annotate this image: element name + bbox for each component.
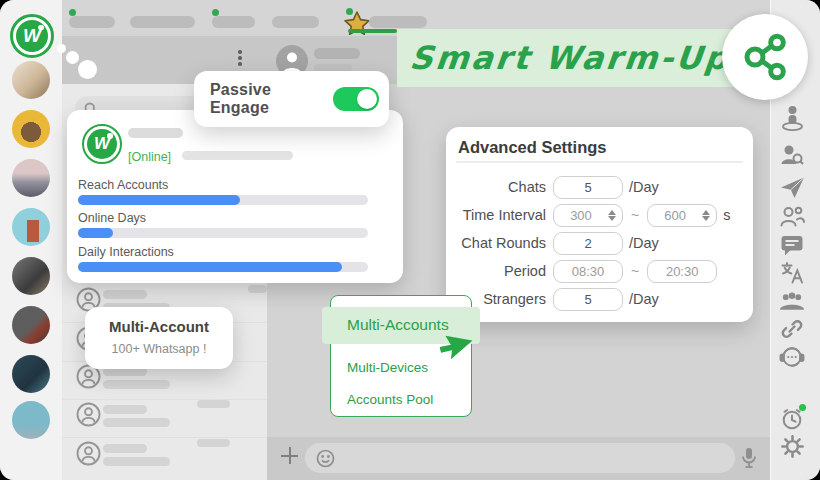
metric-progress-fill [78, 195, 240, 205]
account-detail-placeholder [182, 151, 293, 160]
setting-label: Chats [454, 179, 546, 195]
microphone-icon[interactable] [741, 447, 757, 469]
attach-plus-icon[interactable] [281, 447, 298, 464]
strangers-input[interactable] [553, 288, 623, 311]
account-profile-card: W [Online] Reach Accounts Online Days Da… [67, 110, 403, 283]
contact-name-placeholder [314, 48, 360, 59]
multi-account-tooltip: Multi-Account 100+ Whatsapp ! [85, 307, 233, 369]
chat-message-icon[interactable] [779, 232, 805, 258]
setting-row-strangers: Strangers /Day [446, 285, 753, 313]
tooltip-subtitle: 100+ Whatsapp ! [85, 342, 233, 356]
passive-engage-card: Passive Engage [194, 71, 389, 127]
metric-label: Daily Interactions [78, 245, 174, 259]
setting-label: Chat Rounds [454, 235, 546, 251]
stepper-arrows-icon[interactable] [608, 210, 616, 221]
metric-progress [78, 262, 368, 272]
account-avatar[interactable] [12, 401, 50, 439]
period-end-input[interactable] [647, 260, 717, 283]
contacts-icon[interactable] [779, 203, 805, 229]
group-icon[interactable] [779, 288, 805, 314]
passive-engage-label: Passive Engage [210, 81, 333, 117]
account-avatar[interactable] [12, 208, 50, 246]
account-avatar[interactable] [12, 355, 50, 393]
range-tilde: ~ [631, 207, 639, 223]
send-icon[interactable] [779, 174, 805, 200]
menu-kebab-icon[interactable] [238, 50, 242, 68]
setting-label: Time Interval [454, 207, 546, 223]
account-avatar[interactable] [12, 61, 50, 99]
online-status: [Online] [128, 150, 171, 164]
setting-unit: s [723, 207, 730, 223]
banner-title: Smart Warm-Up [408, 39, 732, 77]
metric-progress [78, 228, 368, 238]
passive-engage-toggle[interactable] [333, 87, 379, 111]
app-logo[interactable]: W [10, 14, 54, 58]
period-start-input[interactable] [553, 260, 623, 283]
metric-progress-fill [78, 262, 342, 272]
metric-progress-fill [78, 228, 113, 238]
tab-placeholder[interactable] [69, 16, 115, 28]
account-logo-letter: W [87, 129, 117, 159]
support-icon[interactable] [779, 344, 805, 370]
setting-unit: /Day [629, 179, 659, 195]
app-logo-letter: W [16, 20, 48, 52]
chat-rounds-input[interactable] [553, 232, 623, 255]
tooltip-title: Multi-Account [85, 318, 233, 335]
metric-progress [78, 195, 368, 205]
setting-row-chats: Chats /Day [446, 173, 753, 201]
account-name-placeholder [128, 128, 183, 138]
account-avatar[interactable] [12, 306, 50, 344]
chats-input[interactable] [553, 176, 623, 199]
setting-unit: /Day [629, 291, 659, 307]
tab-unread-dot [212, 9, 219, 16]
range-tilde: ~ [631, 263, 639, 279]
share-network-icon [741, 33, 789, 81]
translate-icon[interactable] [779, 260, 805, 286]
menu-item-multi-accounts[interactable]: Multi-Accounts [347, 316, 449, 334]
setting-unit: /Day [629, 235, 659, 251]
settings-gear-icon[interactable] [779, 433, 805, 459]
contact-placeholder-icon [76, 402, 101, 427]
contact-search-icon[interactable] [779, 142, 805, 168]
trail-dot [78, 60, 97, 79]
account-avatar[interactable] [12, 159, 50, 197]
link-icon[interactable] [779, 316, 805, 342]
menu-item-accounts-pool[interactable]: Accounts Pool [347, 392, 433, 407]
setting-row-chat-rounds: Chat Rounds /Day [446, 229, 753, 257]
advanced-settings-panel: Advanced Settings Chats /Day Time Interv… [446, 127, 753, 322]
active-tab-underline [348, 29, 397, 33]
divider [456, 161, 743, 163]
setting-row-time-interval: Time Interval ~ s [446, 201, 753, 229]
panel-title: Advanced Settings [458, 138, 607, 157]
user-status-icon[interactable] [779, 105, 805, 131]
share-badge [722, 14, 808, 100]
account-avatar[interactable] [12, 257, 50, 295]
tab-placeholder[interactable] [272, 16, 319, 28]
account-logo: W [82, 124, 122, 164]
menu-item-multi-devices[interactable]: Multi-Devices [347, 360, 428, 375]
account-avatar[interactable] [12, 110, 50, 148]
metric-label: Online Days [78, 211, 146, 225]
alarm-notification-dot [799, 404, 806, 411]
tab-placeholder-active[interactable] [369, 16, 427, 28]
setting-label: Period [454, 263, 546, 279]
setting-row-period: Period ~ [446, 257, 753, 285]
tab-placeholder[interactable] [130, 16, 195, 28]
chat-list-item[interactable] [62, 438, 267, 476]
stepper-arrows-icon[interactable] [702, 210, 710, 221]
tab-unread-dot [69, 9, 76, 16]
tab-placeholder[interactable] [212, 16, 255, 28]
contact-placeholder-icon [76, 441, 101, 466]
chat-list-item[interactable] [62, 399, 267, 438]
message-input[interactable] [305, 443, 735, 473]
feature-banner: Smart Warm-Up [397, 29, 770, 87]
trail-dot [57, 44, 66, 53]
app-window: W [0, 0, 820, 480]
metric-label: Reach Accounts [78, 178, 168, 192]
emoji-icon[interactable] [316, 449, 335, 468]
trail-dot [66, 51, 79, 64]
